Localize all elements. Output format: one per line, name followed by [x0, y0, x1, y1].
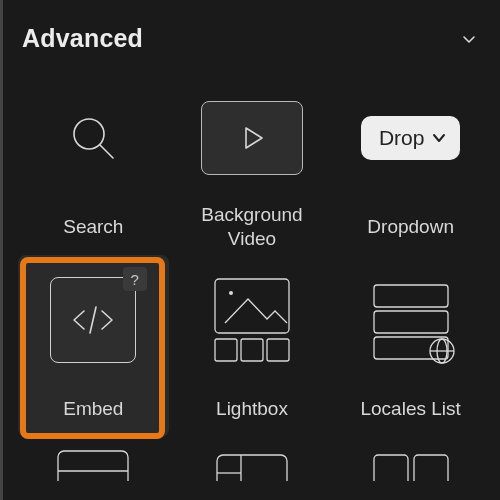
help-icon[interactable]: ? — [123, 267, 147, 291]
element-label: Embed — [63, 385, 123, 433]
locales-list-icon — [352, 261, 470, 379]
svg-rect-19 — [374, 455, 408, 481]
svg-rect-5 — [215, 339, 237, 361]
element-label: Lightbox — [216, 385, 288, 433]
element-partial-3[interactable] — [335, 441, 486, 481]
element-partial-1[interactable] — [18, 441, 169, 481]
svg-rect-9 — [374, 311, 448, 333]
element-lightbox[interactable]: Lightbox — [177, 255, 328, 437]
svg-rect-14 — [58, 451, 128, 481]
svg-rect-20 — [414, 455, 448, 481]
svg-rect-8 — [374, 285, 448, 307]
section-title: Advanced — [22, 24, 143, 53]
element-embed[interactable]: ? Embed — [18, 255, 169, 437]
elements-row-partial — [18, 437, 486, 481]
dropdown-icon: Drop — [352, 79, 470, 197]
svg-line-2 — [90, 307, 96, 333]
svg-line-1 — [100, 145, 113, 158]
chevron-down-icon — [458, 28, 480, 50]
elements-grid: Search Background Video Drop Dropdown — [18, 67, 486, 437]
element-label: Dropdown — [367, 203, 454, 251]
search-icon — [34, 79, 152, 197]
element-search[interactable]: Search — [18, 73, 169, 255]
video-icon — [193, 79, 311, 197]
dropdown-pill: Drop — [361, 116, 461, 160]
element-label: Search — [63, 203, 123, 251]
section-header-advanced[interactable]: Advanced — [18, 0, 486, 67]
element-label: Background Video — [179, 203, 326, 251]
element-label: Locales List — [360, 385, 460, 433]
element-dropdown[interactable]: Drop Dropdown — [335, 73, 486, 255]
svg-rect-16 — [217, 455, 287, 481]
svg-point-4 — [229, 291, 233, 295]
element-locales-list[interactable]: Locales List — [335, 255, 486, 437]
panel-left-edge — [0, 0, 3, 500]
element-partial-2[interactable] — [177, 441, 328, 481]
svg-rect-3 — [215, 279, 289, 333]
svg-rect-6 — [241, 339, 263, 361]
svg-rect-7 — [267, 339, 289, 361]
dropdown-pill-text: Drop — [379, 126, 425, 150]
elements-panel: Advanced Search Backg — [0, 0, 500, 481]
lightbox-icon — [193, 261, 311, 379]
element-background-video[interactable]: Background Video — [177, 73, 328, 255]
